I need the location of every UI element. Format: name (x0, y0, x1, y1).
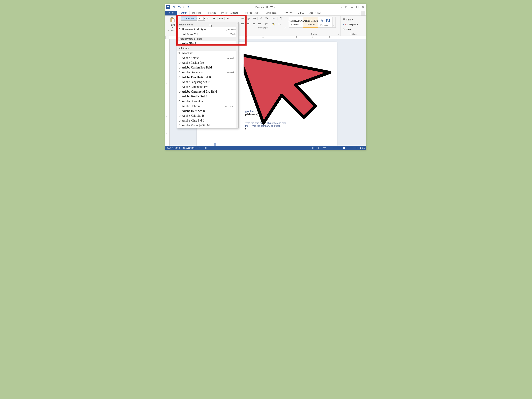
ribbon-display-button[interactable] (344, 5, 349, 9)
web-layout-button[interactable] (323, 146, 326, 149)
font-option[interactable]: OAdobe Fan Heiti Std B (177, 75, 236, 80)
tab-acrobat[interactable]: ACROBAT (307, 11, 324, 15)
font-option[interactable]: OAdobe Garamond Pro (177, 84, 236, 89)
style-tile[interactable]: AaBbCcDc¶ Normal (303, 17, 318, 28)
font-name-dropdown-icon[interactable]: ▼ (196, 17, 198, 20)
tab-view[interactable]: VIEW (295, 11, 307, 15)
style-tile[interactable]: AaBbCcDc¶ Header... (289, 17, 303, 28)
font-dropdown[interactable]: Theme Fonts OBookman Old Style(Headings)… (177, 22, 239, 128)
font-option[interactable]: OGill Sans MT(Body) (177, 32, 238, 37)
numbering-button[interactable]: 123▾ (246, 16, 251, 21)
font-option[interactable]: OAdobe Devanagariदेवनागरी (177, 70, 236, 75)
font-size-input[interactable] (198, 17, 203, 20)
font-dropdown-scrollbar[interactable]: ▲ ▼ (236, 22, 238, 128)
vertical-ruler[interactable]: 123456 (165, 39, 170, 146)
qat-customize-icon[interactable]: ▾ (192, 6, 193, 8)
help-button[interactable]: ? (339, 5, 344, 9)
placeholder-text[interactable]: plishments] (245, 113, 258, 116)
tab-page-layout[interactable]: PAGE LAYOUT (219, 11, 241, 15)
clear-formatting-button[interactable]: A (226, 16, 231, 21)
font-option[interactable]: OArial Black (177, 41, 238, 46)
tab-insert[interactable]: INSERT (190, 11, 204, 15)
account-avatar[interactable] (361, 11, 365, 15)
zoom-in-button[interactable]: + (355, 146, 359, 149)
zoom-level[interactable]: 80% (360, 147, 365, 149)
placeholder-text[interactable]: s] (245, 127, 247, 130)
spellcheck-icon[interactable] (197, 146, 201, 149)
font-option[interactable]: TAcadEref (177, 51, 236, 56)
ruler-corner[interactable]: L (165, 36, 170, 39)
justify-button[interactable] (257, 22, 262, 26)
paragraph-launcher-icon[interactable]: ⤢ (285, 27, 286, 29)
bullets-button[interactable]: ▾ (240, 16, 245, 21)
tab-design[interactable]: DESIGN (204, 11, 219, 15)
redo-button[interactable] (185, 5, 190, 9)
tab-references[interactable]: REFERENCES (241, 11, 263, 15)
placeholder-text[interactable]: ype the completion date] (245, 110, 271, 113)
save-button[interactable] (171, 5, 176, 9)
page-indicator[interactable]: PAGE 1 OF 1 (167, 147, 180, 149)
undo-dropdown-icon[interactable]: ▼ (183, 6, 184, 8)
font-size-dropdown-icon[interactable]: ▼ (203, 17, 205, 20)
placeholder-text[interactable]: me] ([Type the company address]) (245, 125, 280, 127)
font-option[interactable]: OAdobe Hebrewאבגד הוז (177, 104, 236, 108)
grow-font-button[interactable]: A▴ (206, 16, 211, 21)
word-count[interactable]: 65 WORDS (183, 147, 195, 149)
tab-home[interactable]: HOME (177, 11, 190, 16)
collapse-ribbon-icon[interactable]: ▼ (358, 13, 360, 14)
styles-launcher-icon[interactable]: ⤢ (338, 33, 339, 35)
font-option[interactable]: OAdobe Fangsong Std R (177, 80, 236, 84)
window-title: Document1 - Word (165, 6, 366, 8)
replace-button[interactable]: abc Replace (342, 23, 365, 26)
borders-button[interactable]: ▾ (277, 22, 282, 26)
zoom-out-button[interactable]: − (328, 146, 332, 149)
placeholder-text[interactable]: Type the start date] –[Type the end date… (245, 122, 287, 124)
align-right-button[interactable] (251, 22, 256, 26)
font-option[interactable]: OAdobe Gurmukhi (177, 99, 236, 104)
shading-button[interactable]: ▾ (271, 22, 276, 26)
minimize-button[interactable] (350, 5, 355, 9)
find-button[interactable]: Find▾ (342, 18, 365, 21)
quick-access-toolbar: W ▼ ▾ (165, 5, 194, 9)
font-option[interactable]: OBookman Old Style(Headings) (177, 27, 238, 32)
font-name-combo[interactable]: ▼ (181, 16, 197, 21)
tab-mailings[interactable]: MAILINGS (263, 11, 280, 15)
tab-review[interactable]: REVIEW (280, 11, 295, 15)
read-mode-button[interactable] (312, 146, 316, 149)
close-button[interactable] (360, 5, 365, 9)
scroll-down-icon[interactable]: ▼ (236, 125, 238, 128)
change-case-button[interactable]: Aa ▾ (218, 16, 223, 21)
font-option[interactable]: OAdobe Gothic Std B (177, 94, 236, 99)
show-marks-button[interactable]: ¶ (279, 16, 284, 21)
font-option[interactable]: OAdobe Arabicأبجد هوز (177, 56, 236, 60)
tab-file[interactable]: FILE (165, 11, 177, 15)
style-tile[interactable]: AaBlPersonal... (318, 17, 332, 28)
maximize-button[interactable] (355, 5, 360, 9)
macro-icon[interactable] (204, 146, 208, 149)
font-name-input[interactable] (181, 17, 196, 20)
paste-button[interactable]: Paste ▼ (167, 16, 178, 29)
scroll-up-icon[interactable]: ▲ (236, 22, 238, 25)
increase-indent-button[interactable] (264, 16, 269, 21)
font-option[interactable]: OAdobe Kaiti Std R (177, 113, 236, 118)
font-size-combo[interactable]: ▼ (198, 16, 205, 21)
print-layout-button[interactable] (317, 146, 321, 149)
align-center-button[interactable] (246, 22, 251, 26)
sort-button[interactable]: A (271, 16, 276, 21)
styles-more-button[interactable]: ▲▼▾ (332, 17, 336, 28)
font-option[interactable]: OAdobe Garamond Pro Bold (177, 89, 236, 94)
font-option[interactable]: OAdobe Heiti Std R (177, 108, 236, 113)
undo-button[interactable] (177, 5, 182, 9)
multilevel-list-button[interactable]: ▾ (251, 16, 256, 21)
shrink-font-button[interactable]: A▾ (211, 16, 216, 21)
font-option[interactable]: OAdobe Myungjo Std M (177, 123, 236, 128)
line-spacing-button[interactable]: ▾ (264, 22, 269, 26)
font-option[interactable]: OAdobe Caslon Pro Bold (177, 65, 236, 70)
collapse-ribbon-caret-icon[interactable]: ⌃ (364, 32, 365, 35)
select-button[interactable]: Select▾ (342, 28, 365, 31)
decrease-indent-button[interactable] (259, 16, 264, 21)
font-option[interactable]: OAdobe Caslon Pro (177, 60, 236, 65)
align-left-button[interactable] (240, 22, 245, 26)
font-option[interactable]: OAdobe Ming Std L (177, 118, 236, 123)
zoom-slider[interactable] (333, 148, 353, 148)
